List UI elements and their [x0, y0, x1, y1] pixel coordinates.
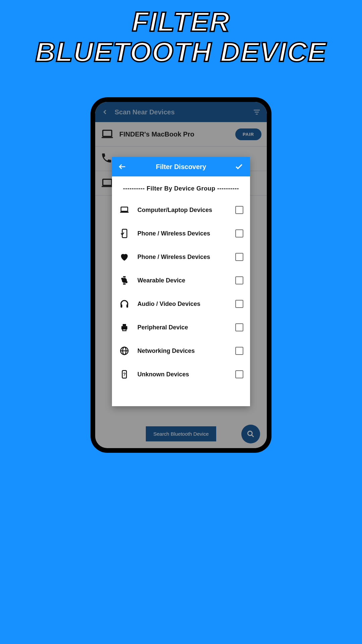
filter-option[interactable]: Unknown Devices: [119, 363, 243, 386]
section-label: ---------- Filter By Device Group ------…: [119, 185, 243, 192]
filter-option[interactable]: Phone / Wireless Devices: [119, 222, 243, 245]
dialog-body: ---------- Filter By Device Group ------…: [112, 176, 250, 406]
filter-option-label: Phone / Wireless Devices: [137, 230, 228, 237]
phone-frame: Scan Near Devices FINDER's MacBook Pro P…: [90, 97, 272, 453]
filter-option[interactable]: Wearable Device: [119, 269, 243, 292]
filter-option[interactable]: Phone / Wireless Devices: [119, 245, 243, 269]
promo-line1: FILTER: [132, 6, 230, 37]
checkbox[interactable]: [235, 229, 243, 237]
filter-dialog: Filter Discovery ---------- Filter By De…: [112, 157, 250, 406]
filter-option-label: Phone / Wireless Devices: [137, 254, 228, 261]
printer-icon: [119, 322, 130, 333]
filter-option[interactable]: Audio / Video Devices: [119, 292, 243, 316]
checkbox[interactable]: [235, 253, 243, 261]
filter-option-label: Wearable Device: [137, 277, 228, 284]
promo-line2: BLUETOOTH DEVICE: [36, 37, 327, 67]
filter-option-label: Networking Devices: [137, 347, 228, 355]
phone-check-icon: [119, 228, 130, 239]
headphones-icon: [119, 298, 130, 310]
dialog-title: Filter Discovery: [127, 163, 235, 171]
checkbox[interactable]: [235, 300, 243, 308]
checkbox[interactable]: [235, 276, 243, 284]
filter-option[interactable]: Peripheral Device: [119, 316, 243, 339]
globe-icon: [119, 345, 130, 357]
filter-option-label: Audio / Video Devices: [137, 301, 228, 308]
confirm-icon[interactable]: [235, 162, 244, 171]
filter-option-label: Unknown Devices: [137, 371, 228, 378]
heart-icon: [119, 251, 130, 263]
watch-icon: [119, 275, 130, 286]
checkbox[interactable]: [235, 370, 243, 378]
checkbox[interactable]: [235, 323, 243, 331]
checkbox[interactable]: [235, 206, 243, 214]
checkbox[interactable]: [235, 347, 243, 355]
promo-title: FILTER BLUETOOTH DEVICE: [0, 0, 362, 74]
dialog-back-icon[interactable]: [118, 162, 127, 171]
filter-option[interactable]: Networking Devices: [119, 339, 243, 363]
unknown-icon: [119, 369, 130, 380]
dialog-header: Filter Discovery: [112, 157, 250, 176]
filter-option-label: Peripheral Device: [137, 324, 228, 331]
phone-screen: Scan Near Devices FINDER's MacBook Pro P…: [95, 102, 267, 448]
filter-option-label: Computer/Laptop Devices: [137, 207, 228, 214]
laptop-icon: [119, 204, 130, 216]
filter-option[interactable]: Computer/Laptop Devices: [119, 198, 243, 222]
